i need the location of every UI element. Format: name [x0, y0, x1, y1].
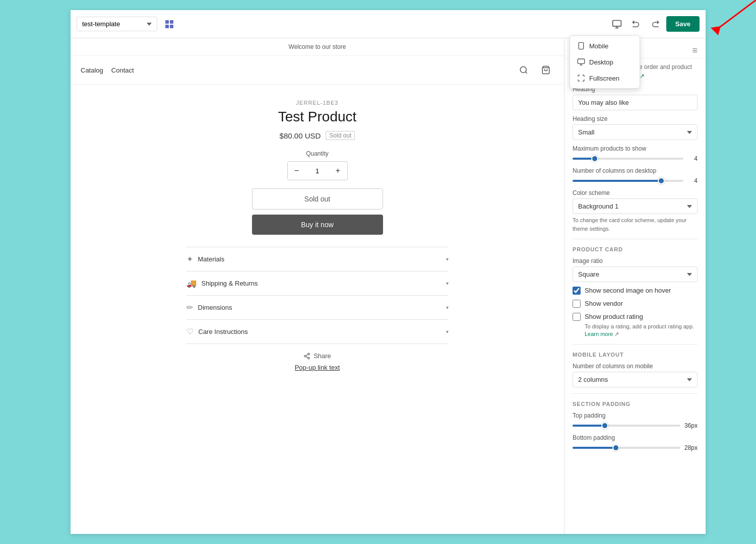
columns-desktop-value: 4 — [687, 177, 698, 184]
share-icon — [303, 353, 310, 360]
image-ratio-select[interactable]: Square — [573, 266, 698, 282]
columns-mobile-select[interactable]: 2 columns — [573, 372, 698, 387]
materials-label: Materials — [198, 255, 225, 263]
show-second-image-checkbox[interactable] — [573, 287, 581, 295]
toolbar: test-template — [71, 10, 706, 38]
sold-out-button[interactable]: Sold out — [252, 188, 383, 210]
max-products-thumb[interactable] — [591, 155, 598, 162]
bottom-padding-fill — [573, 447, 616, 449]
shipping-label: Shipping & Returns — [202, 280, 258, 287]
nav-contact[interactable]: Contact — [111, 66, 134, 74]
quantity-label: Quantity — [91, 150, 544, 157]
svg-point-14 — [520, 66, 526, 73]
show-second-image-row: Show second image on hover — [573, 286, 698, 295]
grid-icon — [164, 19, 174, 29]
columns-mobile-label: Number of columns on mobile — [573, 363, 698, 370]
store-bar: Welcome to our store — [71, 38, 564, 56]
accordion-list: ✦ Materials ▾ 🚚 Shipping & Returns — [186, 247, 449, 344]
divider-1 — [573, 239, 698, 239]
sold-out-badge: Sold out — [326, 131, 355, 140]
columns-desktop-fill — [573, 180, 661, 182]
product-area: JERREL-1BE3 Test Product $80.00 USD Sold… — [71, 85, 564, 394]
redo-button[interactable] — [647, 16, 663, 32]
accordion-care-left: ♡ Care Instructions — [186, 327, 248, 336]
divider-2 — [573, 344, 698, 345]
section-padding-label: SECTION PADDING — [573, 401, 698, 407]
undo-button[interactable] — [628, 16, 644, 32]
svg-point-18 — [304, 355, 306, 357]
svg-rect-11 — [578, 59, 584, 63]
desktop-icon — [612, 19, 622, 29]
columns-desktop-slider-row: 4 — [573, 177, 698, 184]
svg-rect-3 — [170, 20, 173, 24]
columns-desktop-track — [573, 180, 683, 182]
quantity-increase[interactable]: + — [329, 162, 347, 180]
shipping-icon: 🚚 — [186, 279, 197, 288]
chevron-down-shipping: ▾ — [446, 281, 449, 286]
show-second-image-label[interactable]: Show second image on hover — [585, 286, 671, 295]
desktop-icon-button[interactable] — [609, 16, 625, 32]
max-products-label: Maximum products to show — [573, 145, 698, 152]
settings-panel: Product ≡ Dynamic... product i... use or… — [564, 38, 706, 534]
svg-rect-2 — [165, 20, 169, 24]
bottom-padding-label: Bottom padding — [573, 434, 698, 441]
heading-size-select[interactable]: Small — [573, 124, 698, 140]
learn-more-link[interactable]: Learn more — [585, 331, 613, 337]
search-button[interactable] — [516, 62, 532, 78]
accordion-shipping-header[interactable]: 🚚 Shipping & Returns ▾ — [186, 271, 449, 295]
bottom-padding-slider-row: 28px — [573, 444, 698, 451]
columns-desktop-thumb[interactable] — [658, 177, 665, 184]
chevron-down-materials: ▾ — [446, 256, 449, 262]
bottom-padding-thumb[interactable] — [612, 444, 619, 451]
device-dropdown: Mobile Desktop Fullscreen — [570, 35, 640, 89]
svg-point-17 — [308, 353, 310, 355]
columns-desktop-label: Number of columns on desktop — [573, 167, 698, 174]
show-rating-row: Show product rating To display a rating,… — [573, 312, 698, 338]
accordion-care-header[interactable]: ♡ Care Instructions ▾ — [186, 320, 449, 344]
svg-rect-9 — [579, 42, 583, 49]
care-label: Care Instructions — [199, 328, 248, 335]
top-padding-label: Top padding — [573, 412, 698, 419]
popup-link[interactable]: Pop-up link text — [91, 364, 544, 371]
nav-catalog[interactable]: Catalog — [81, 66, 103, 74]
divider-3 — [573, 393, 698, 394]
cart-button[interactable] — [538, 62, 554, 78]
preview-panel[interactable]: Welcome to our store Catalog Contact — [71, 38, 564, 534]
bottom-padding-track — [573, 447, 680, 449]
svg-line-0 — [716, 0, 756, 30]
top-padding-thumb[interactable] — [601, 422, 608, 429]
product-price-row: $80.00 USD Sold out — [91, 131, 544, 140]
bottom-padding-value: 28px — [684, 444, 698, 451]
accordion-dimensions-header[interactable]: ✏ Dimensions ▾ — [186, 296, 449, 319]
dimensions-icon: ✏ — [186, 303, 193, 312]
show-vendor-checkbox[interactable] — [573, 300, 581, 308]
mobile-icon — [577, 42, 585, 50]
grid-icon-button[interactable] — [161, 16, 177, 32]
heading-input[interactable] — [573, 95, 698, 110]
materials-icon: ✦ — [186, 254, 193, 264]
show-rating-checkbox[interactable] — [573, 313, 581, 321]
layers-icon: ≡ — [692, 45, 698, 56]
save-button[interactable]: Save — [666, 16, 700, 32]
device-desktop-option[interactable]: Desktop — [570, 54, 640, 70]
buy-now-button[interactable]: Buy it now — [252, 215, 383, 235]
accordion-dimensions: ✏ Dimensions ▾ — [186, 296, 449, 320]
svg-marker-1 — [711, 26, 721, 35]
device-fullscreen-option[interactable]: Fullscreen — [570, 70, 640, 86]
top-padding-value: 36px — [684, 422, 698, 429]
svg-line-21 — [306, 354, 308, 355]
show-vendor-label[interactable]: Show vendor — [585, 299, 623, 308]
product-card-section-label: PRODUCT CARD — [573, 246, 698, 252]
quantity-decrease[interactable]: − — [288, 162, 306, 180]
color-scheme-select[interactable]: Background 1 — [573, 198, 698, 214]
cart-icon — [541, 65, 550, 75]
heading-size-label: Heading size — [573, 115, 698, 122]
accordion-materials-header[interactable]: ✦ Materials ▾ — [186, 247, 449, 271]
template-select[interactable]: test-template — [77, 17, 157, 31]
show-rating-label[interactable]: Show product rating — [585, 313, 643, 320]
accordion-dimensions-left: ✏ Dimensions — [186, 303, 232, 312]
editor-container: test-template — [71, 10, 706, 534]
accordion-materials: ✦ Materials ▾ — [186, 247, 449, 271]
device-mobile-option[interactable]: Mobile — [570, 38, 640, 54]
image-ratio-label: Image ratio — [573, 257, 698, 264]
